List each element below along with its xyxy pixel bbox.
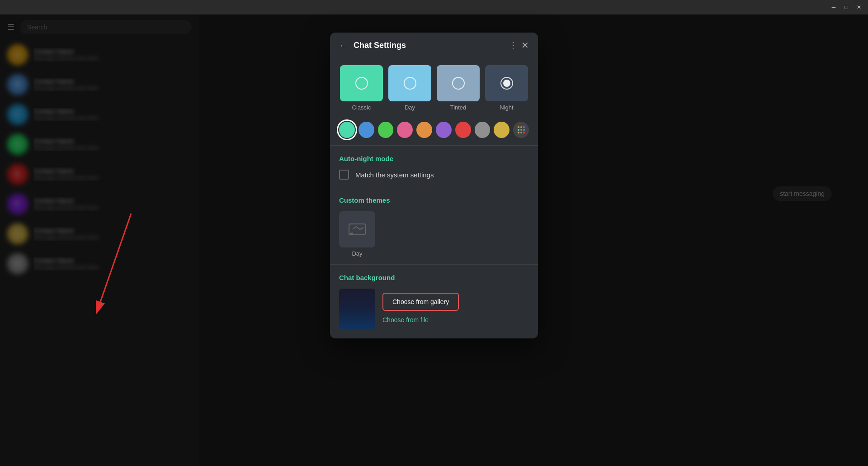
- color-purple[interactable]: [436, 122, 452, 138]
- modal-body: Classic Day Tinted: [330, 58, 538, 338]
- theme-label-tinted: Tinted: [450, 104, 467, 111]
- modal-overlay: ← Chat Settings ⋮ ✕ Classic: [0, 14, 868, 466]
- system-settings-row: Match the system settings: [339, 170, 529, 180]
- chat-background-title: Chat background: [339, 274, 529, 281]
- color-red[interactable]: [455, 122, 471, 138]
- modal-header: ← Chat Settings ⋮ ✕: [330, 33, 538, 58]
- theme-preview-classic: [340, 65, 383, 101]
- system-settings-label: Match the system settings: [355, 171, 434, 179]
- theme-option-tinted[interactable]: Tinted: [436, 65, 481, 111]
- color-gold[interactable]: [494, 122, 509, 138]
- minimize-button[interactable]: ─: [828, 2, 839, 13]
- theme-radio-day: [404, 77, 416, 90]
- modal-menu-button[interactable]: ⋮: [509, 40, 518, 51]
- svg-point-1: [520, 129, 522, 131]
- color-teal[interactable]: [339, 122, 355, 138]
- svg-point-10: [350, 233, 353, 235]
- choose-from-gallery-button[interactable]: Choose from gallery: [382, 293, 459, 311]
- svg-point-3: [518, 126, 519, 128]
- theme-label-night: Night: [500, 104, 513, 111]
- chat-settings-modal: ← Chat Settings ⋮ ✕ Classic: [330, 33, 538, 338]
- theme-preview-day: [388, 65, 431, 101]
- custom-theme-day[interactable]: Day: [339, 211, 375, 257]
- system-settings-checkbox[interactable]: [339, 170, 349, 180]
- color-row: [330, 118, 538, 145]
- color-orange[interactable]: [416, 122, 432, 138]
- chat-background-section: Chat background Choose from gallery Choo…: [330, 265, 538, 329]
- modal-title: Chat Settings: [354, 41, 509, 50]
- svg-point-0: [518, 129, 519, 131]
- svg-point-7: [520, 132, 522, 133]
- custom-theme-preview: [339, 211, 375, 247]
- modal-back-button[interactable]: ←: [339, 40, 348, 51]
- color-blue[interactable]: [359, 122, 374, 138]
- auto-night-section: Auto-night mode Match the system setting…: [330, 146, 538, 180]
- theme-radio-night: [500, 77, 513, 90]
- bg-preview-row: Choose from gallery Choose from file: [339, 289, 529, 329]
- color-green[interactable]: [378, 122, 394, 138]
- svg-point-6: [518, 132, 519, 133]
- svg-point-4: [520, 126, 522, 128]
- bg-buttons: Choose from gallery Choose from file: [382, 293, 459, 325]
- theme-preview-tinted: [437, 65, 480, 101]
- custom-themes-section: Custom themes: [330, 187, 538, 204]
- theme-radio-tinted: [452, 77, 465, 90]
- svg-point-8: [523, 132, 525, 133]
- theme-options: Classic Day Tinted: [339, 65, 529, 111]
- custom-themes-title: Custom themes: [339, 196, 529, 204]
- theme-option-day[interactable]: Day: [387, 65, 432, 111]
- color-pink[interactable]: [397, 122, 413, 138]
- titlebar: ─ □ ✕: [0, 0, 868, 14]
- theme-option-night[interactable]: Night: [484, 65, 529, 111]
- close-button[interactable]: ✕: [854, 2, 864, 13]
- theme-label-classic: Classic: [352, 104, 371, 111]
- theme-radio-classic: [355, 77, 368, 90]
- custom-theme-label: Day: [352, 250, 362, 257]
- svg-line-12: [100, 214, 131, 302]
- theme-section: Classic Day Tinted: [330, 58, 538, 111]
- svg-point-5: [523, 126, 525, 128]
- svg-point-2: [523, 129, 525, 131]
- theme-label-day: Day: [405, 104, 415, 111]
- maximize-button[interactable]: □: [841, 2, 852, 13]
- theme-preview-night: [485, 65, 528, 101]
- bg-thumbnail: [339, 289, 375, 329]
- theme-option-classic[interactable]: Classic: [339, 65, 384, 111]
- auto-night-title: Auto-night mode: [339, 155, 529, 162]
- modal-close-button[interactable]: ✕: [521, 40, 529, 51]
- custom-theme-grid: Day: [330, 211, 538, 264]
- choose-from-file-button[interactable]: Choose from file: [382, 314, 459, 325]
- color-gray[interactable]: [475, 122, 491, 138]
- color-more-button[interactable]: [513, 122, 529, 138]
